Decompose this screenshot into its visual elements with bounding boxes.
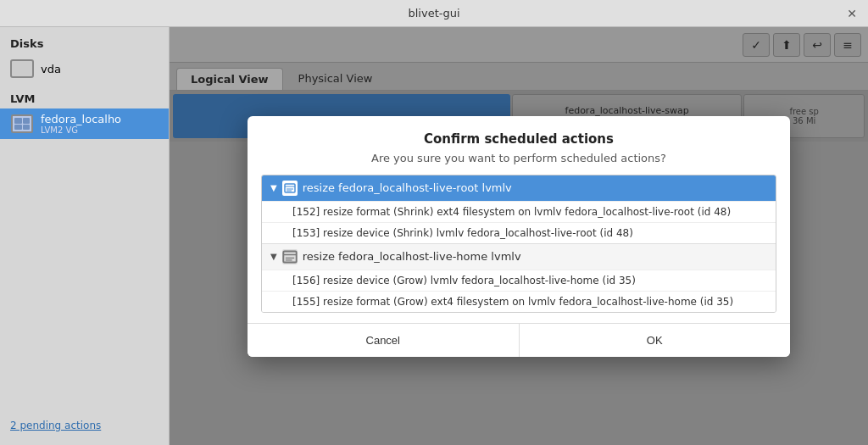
confirm-dialog: Confirm scheduled actions Are you sure y… [248,116,790,357]
action-sub-item-1-1: [152] resize format (Shrink) ext4 filesy… [262,201,776,222]
action-group-1-label: resize fedora_localhost-live-root lvmlv [303,181,512,194]
dialog-title: Confirm scheduled actions [264,131,773,147]
sidebar-item-vda-name: vda [41,63,61,75]
sidebar-section-disks: Disks [0,34,169,53]
app-title: blivet-gui [25,7,843,19]
action-sub-item-1-2: [153] resize device (Shrink) lvmlv fedor… [262,222,776,243]
action-group-2-header[interactable]: ▼ resize fedora_localhost-live-home lvml… [262,243,776,270]
action-sub-item-2-1: [156] resize device (Grow) lvmlv fedora_… [262,270,776,291]
app-body: Disks vda LVM fedora_localho LVM2 VG [0,27,868,445]
chevron-down-icon-1: ▼ [270,183,277,192]
sidebar-item-fedora-lvm[interactable]: fedora_localho LVM2 VG [0,108,169,139]
chevron-down-icon-2: ▼ [270,252,277,261]
action-group-2-label: resize fedora_localhost-live-home lvmlv [303,250,521,263]
sidebar-item-vda[interactable]: vda [0,53,169,84]
sidebar: Disks vda LVM fedora_localho LVM2 VG [0,27,170,445]
cancel-button[interactable]: Cancel [248,324,519,357]
dialog-body: ▼ resize fedora_localhost-live-root lvml… [248,171,790,323]
close-button[interactable]: ✕ [843,4,861,23]
ok-button[interactable]: OK [520,324,791,357]
sidebar-item-lvm-name: fedora_localho [41,113,121,125]
titlebar: blivet-gui ✕ [0,0,868,27]
dialog-header: Confirm scheduled actions Are you sure y… [248,116,790,171]
action-sub-item-2-2: [155] resize format (Grow) ext4 filesyst… [262,291,776,312]
pending-actions-link[interactable]: 2 pending actions [0,413,169,438]
dialog-subtitle: Are you sure you want to perform schedul… [264,152,773,164]
sidebar-section-lvm: LVM [0,89,169,108]
sidebar-item-lvm-sub: LVM2 VG [41,125,121,135]
action-list: ▼ resize fedora_localhost-live-root lvml… [261,175,776,313]
dialog-overlay: Confirm scheduled actions Are you sure y… [170,27,868,445]
action-group-2-icon [282,249,298,264]
action-group-1-header[interactable]: ▼ resize fedora_localhost-live-root lvml… [262,175,776,201]
main-area: ✓ ⬆ ↩ ≡ Logical View Physical View [170,27,868,445]
disk-icon [10,57,34,81]
action-group-1-icon [282,181,298,196]
lvm-icon [10,112,34,136]
dialog-footer: Cancel OK [248,323,790,357]
